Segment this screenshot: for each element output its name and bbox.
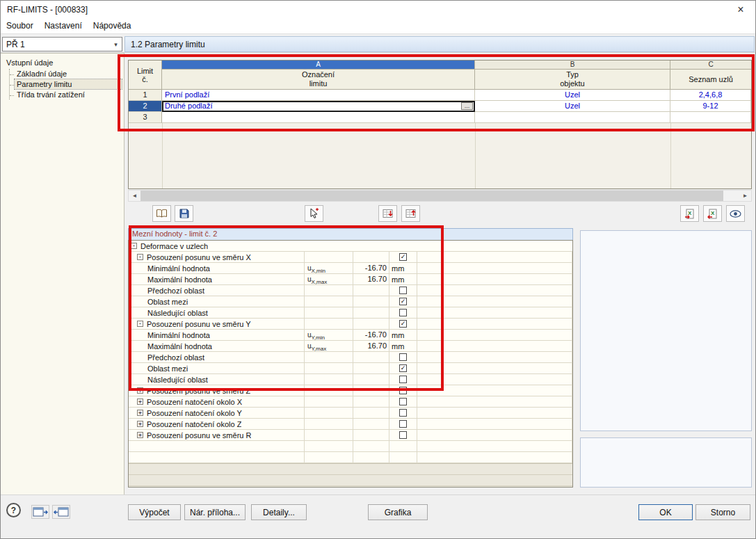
limit-values-row	[129, 452, 572, 463]
checkbox[interactable]: ✓	[399, 320, 407, 328]
parameter-label-cell[interactable]: +Posouzení natočení okolo X	[129, 396, 305, 407]
parameter-label-cell[interactable]: -Posouzení posunu ve směru Y	[129, 319, 305, 329]
object-type-cell[interactable]: Uzel	[475, 90, 670, 101]
row-number-cell[interactable]: 2	[129, 101, 162, 112]
scroll-left-icon[interactable]: ◄	[129, 191, 140, 201]
checkbox[interactable]	[399, 387, 407, 394]
corner-header-cell: Limit č.	[129, 61, 162, 90]
checkbox[interactable]	[399, 353, 407, 361]
column-letter-c[interactable]: C	[670, 61, 751, 70]
checkbox[interactable]	[399, 409, 407, 417]
storno-button[interactable]: Storno	[695, 504, 750, 520]
grafika-button[interactable]: Grafika	[368, 504, 428, 520]
symbol-cell	[305, 319, 353, 329]
expand-icon[interactable]: +	[137, 399, 143, 405]
row-number-cell[interactable]: 3	[129, 112, 162, 123]
pick-object-icon[interactable]	[305, 205, 323, 222]
checkbox[interactable]: ✓	[399, 364, 407, 372]
parameter-label-cell[interactable]: Oblast mezi	[129, 363, 305, 373]
sidebar-root[interactable]: Vstupní údaje	[3, 58, 122, 68]
symbol-cell	[305, 307, 353, 318]
menu-nastaveni[interactable]: Nastavení	[39, 19, 88, 33]
value-cell	[353, 285, 389, 296]
limits-table: Limit č. A B C Označení limitu Typ objek…	[128, 60, 752, 189]
visibility-icon[interactable]	[726, 205, 745, 222]
checkbox[interactable]	[399, 376, 407, 383]
collapse-icon[interactable]: -	[131, 243, 137, 249]
close-icon[interactable]: ×	[726, 1, 755, 19]
narodni-priloha-button[interactable]: Nár. příloha...	[184, 504, 246, 520]
case-selector[interactable]: PŘ 1 ▾	[2, 37, 122, 51]
parameter-label-cell[interactable]: +Posouzení posunu ve směru R	[129, 430, 305, 440]
expand-icon[interactable]: +	[137, 421, 143, 427]
toggle-panel-right-icon[interactable]	[52, 505, 70, 519]
parameter-label-cell[interactable]: Následující oblast	[129, 374, 305, 385]
menu-napoveda[interactable]: Nápověda	[88, 19, 137, 33]
sidebar-item-zakladni-udaje[interactable]: Základní údaje	[15, 69, 122, 79]
sidebar-item-parametry-limitu[interactable]: Parametry limitu	[15, 79, 122, 89]
value-cell[interactable]: -16.70	[353, 330, 389, 340]
column-header-object-type[interactable]: Typ objektu	[475, 70, 670, 90]
column-letter-b[interactable]: B	[475, 61, 670, 70]
column-letter-a[interactable]: A	[162, 61, 475, 70]
scroll-right-icon[interactable]: ►	[739, 191, 751, 201]
ok-button[interactable]: OK	[638, 504, 693, 520]
expand-icon[interactable]: +	[137, 387, 143, 394]
horizontal-scrollbar[interactable]: ◄ ►	[128, 190, 752, 202]
column-divider	[475, 123, 476, 188]
object-type-cell[interactable]	[475, 112, 670, 123]
collapse-icon[interactable]: -	[137, 321, 143, 327]
value-cell[interactable]: 16.70	[353, 274, 389, 284]
checkbox[interactable]: ✓	[399, 253, 407, 261]
parameter-label-cell[interactable]: Maximální hodnota	[129, 341, 305, 351]
collapse-icon[interactable]: -	[137, 254, 143, 260]
checkbox[interactable]	[399, 420, 407, 428]
node-list-cell[interactable]: 9-12	[670, 101, 751, 112]
scrollbar-thumb[interactable]	[140, 191, 723, 201]
checkbox[interactable]	[399, 309, 407, 316]
parameter-label-cell[interactable]: Předchozí oblast	[129, 285, 305, 296]
limit-name-cell[interactable]: První podlaží	[162, 90, 475, 101]
excel-import-icon[interactable]: X	[703, 205, 722, 222]
parameter-label-cell[interactable]: Předchozí oblast	[129, 352, 305, 362]
value-cell[interactable]: 16.70	[353, 341, 389, 351]
ellipsis-button[interactable]: ...	[461, 102, 473, 110]
vypocet-button[interactable]: Výpočet	[128, 504, 181, 520]
expand-icon[interactable]: +	[137, 432, 143, 438]
object-type-cell[interactable]: Uzel	[475, 101, 670, 112]
export-rows-icon[interactable]	[401, 205, 420, 222]
checkbox[interactable]: ✓	[399, 298, 407, 305]
detaily-button[interactable]: Detaily...	[251, 504, 307, 520]
parameter-label-cell[interactable]: +Posouzení natočení okolo Y	[129, 408, 305, 418]
menu-soubor[interactable]: Soubor	[1, 19, 39, 33]
parameter-label-cell[interactable]: Minimální hodnota	[129, 330, 305, 340]
parameter-label-cell[interactable]: Minimální hodnota	[129, 263, 305, 273]
group-label-cell[interactable]: -Deformace v uzlech	[129, 241, 572, 251]
parameter-label-cell[interactable]: Oblast mezi	[129, 296, 305, 307]
parameter-label-cell[interactable]: +Posouzení natočení okolo Z	[129, 419, 305, 429]
expand-icon[interactable]: +	[137, 410, 143, 416]
toggle-panel-left-icon[interactable]	[31, 505, 49, 519]
parameter-label-cell[interactable]: +Posouzení posunu ve směru Z	[129, 385, 305, 396]
row-number-cell[interactable]: 1	[129, 90, 162, 101]
limit-name-cell[interactable]: Druhé podlaží...	[162, 101, 475, 112]
sidebar-item-trida-trvani-zatizeni[interactable]: Třída trvání zatížení	[15, 90, 122, 99]
limit-name-cell[interactable]	[162, 112, 475, 123]
checkbox[interactable]	[399, 287, 407, 294]
book-icon[interactable]	[152, 205, 171, 222]
node-list-cell[interactable]: 2,4,6,8	[670, 90, 751, 101]
parameter-label-cell[interactable]: -Posouzení posunu ve směru X	[129, 252, 305, 262]
node-list-cell[interactable]	[670, 112, 751, 123]
import-rows-icon[interactable]	[378, 205, 397, 222]
parameter-label-cell[interactable]: Následující oblast	[129, 307, 305, 318]
help-icon[interactable]: ?	[6, 503, 21, 517]
excel-export-icon[interactable]: X	[680, 205, 699, 222]
value-cell[interactable]: -16.70	[353, 263, 389, 273]
parameter-label-cell[interactable]: Maximální hodnota	[129, 274, 305, 284]
value-cell	[353, 296, 389, 307]
save-icon[interactable]	[175, 205, 193, 222]
column-header-limit-name[interactable]: Označení limitu	[162, 70, 475, 90]
column-header-node-list[interactable]: Seznam uzlů	[670, 70, 751, 90]
checkbox[interactable]	[399, 431, 407, 439]
checkbox[interactable]	[399, 398, 407, 405]
